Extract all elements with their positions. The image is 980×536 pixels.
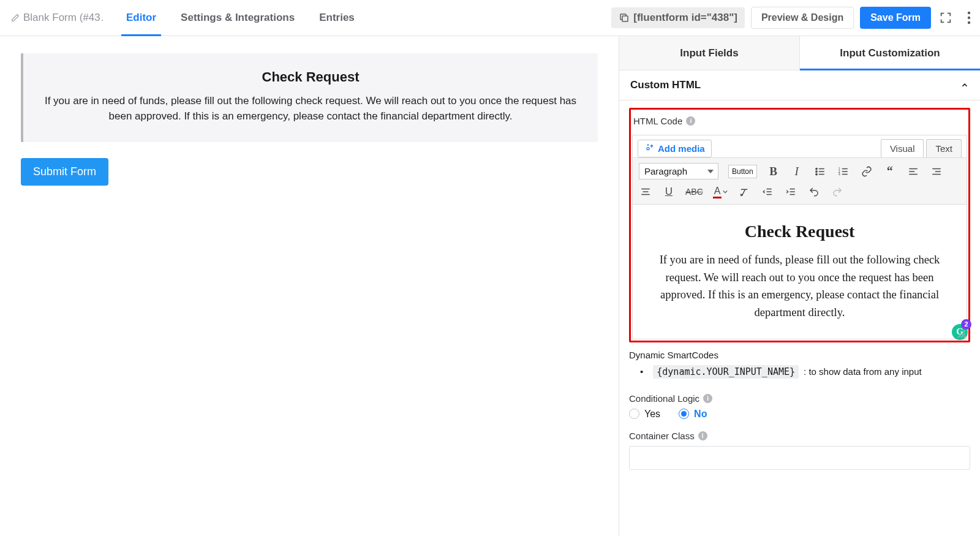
svg-point-4 [647, 148, 649, 150]
bold-button[interactable]: B [767, 164, 780, 179]
info-icon[interactable]: i [686, 116, 695, 126]
clear-format-button[interactable] [737, 184, 751, 199]
topbar: Blank Form (#43… Editor Settings & Integ… [0, 0, 980, 36]
numbered-list-button[interactable]: 123 [837, 164, 850, 179]
svg-text:3: 3 [838, 172, 840, 176]
rte-title: Check Request [644, 222, 956, 241]
chevron-up-icon [960, 81, 969, 89]
form-title-text: Blank Form (#43… [23, 12, 103, 24]
editor-view-tabs: Visual Text [881, 139, 962, 157]
save-form-button[interactable]: Save Form [860, 7, 931, 29]
side-panel: Input Fields Input Customization Custom … [619, 36, 980, 536]
conditional-logic-label: Conditional Logic [629, 393, 699, 404]
dynamic-smartcodes-label: Dynamic SmartCodes [629, 350, 970, 360]
align-center-button[interactable] [639, 184, 652, 199]
link-button[interactable] [860, 164, 873, 179]
block-text: If you are in need of funds, please fill… [40, 94, 581, 124]
radio-yes[interactable]: Yes [629, 409, 660, 420]
svg-point-6 [816, 170, 817, 172]
smartcode-desc: : to show data from any input [804, 366, 922, 377]
kebab-icon [967, 11, 971, 25]
form-title[interactable]: Blank Form (#43… [11, 12, 103, 24]
fullscreen-icon [939, 11, 952, 25]
preview-design-button[interactable]: Preview & Design [751, 7, 854, 29]
tab-entries[interactable]: Entries [307, 0, 367, 36]
redo-button[interactable] [831, 184, 844, 199]
highlight-html-code: HTML Code i Add media Visual [629, 108, 970, 342]
align-right-button[interactable] [930, 164, 943, 179]
underline-button[interactable]: U [662, 184, 676, 199]
shortcode-pill[interactable]: [fluentform id="438"] [611, 7, 745, 28]
text-color-button[interactable]: A [713, 184, 728, 199]
topbar-right: [fluentform id="438"] Preview & Design S… [611, 7, 978, 29]
add-media-button[interactable]: Add media [638, 140, 712, 157]
indent-button[interactable] [784, 184, 797, 199]
pencil-icon [11, 13, 20, 22]
side-tabs: Input Fields Input Customization [619, 36, 980, 70]
container-class-label: Container Class [629, 431, 695, 441]
dynamic-smartcodes: Dynamic SmartCodes {dynamic.YOUR_INPUT_N… [629, 350, 970, 379]
info-icon[interactable]: i [698, 431, 707, 440]
tab-input-fields[interactable]: Input Fields [619, 36, 799, 70]
block-title: Check Request [40, 69, 581, 85]
view-tab-text[interactable]: Text [926, 139, 962, 157]
submit-form-button[interactable]: Submit Form [21, 158, 108, 186]
html-code-label: HTML Code [633, 116, 682, 126]
custom-html-block[interactable]: Check Request If you are in need of fund… [21, 53, 598, 142]
svg-rect-0 [622, 16, 628, 21]
section-body: HTML Code i Add media Visual [619, 100, 980, 482]
italic-button[interactable]: I [790, 164, 804, 179]
radio-no[interactable]: No [679, 409, 707, 420]
tab-settings[interactable]: Settings & Integrations [168, 0, 307, 36]
media-icon [644, 143, 654, 153]
button-shortcode[interactable]: Button [728, 165, 757, 178]
align-left-button[interactable] [907, 164, 920, 179]
container-class-input[interactable] [629, 446, 970, 470]
format-select[interactable]: Paragraph [639, 163, 718, 179]
bullet-list-button[interactable] [813, 164, 827, 179]
info-icon[interactable]: i [703, 394, 712, 403]
strikethrough-button[interactable]: ABC [685, 184, 703, 199]
copy-icon [619, 12, 630, 23]
fullscreen-button[interactable] [937, 9, 954, 26]
outdent-button[interactable] [761, 184, 774, 199]
grammarly-badge: 2 [961, 319, 971, 330]
more-menu-button[interactable] [960, 9, 978, 26]
tab-input-customization[interactable]: Input Customization [799, 36, 980, 70]
view-tab-visual[interactable]: Visual [881, 139, 924, 157]
section-custom-html-header[interactable]: Custom HTML [619, 70, 980, 100]
editor-toolbar: Paragraph Button B I 123 “ [633, 157, 967, 204]
svg-point-3 [968, 21, 970, 24]
tab-editor[interactable]: Editor [114, 0, 168, 36]
editor-content[interactable]: Check Request If you are in need of fund… [633, 204, 967, 339]
smartcode-chip[interactable]: {dynamic.YOUR_INPUT_NAME} [653, 365, 799, 379]
editor-top-row: Add media Visual Text [633, 135, 967, 157]
conditional-logic-radio: Yes No [629, 409, 970, 420]
rich-text-editor: Add media Visual Text Paragraph Bu [632, 135, 967, 339]
svg-point-1 [968, 12, 970, 14]
svg-point-2 [968, 17, 970, 19]
svg-point-7 [816, 173, 817, 175]
rte-body: If you are in need of funds, please fill… [644, 251, 956, 322]
smartcode-item: {dynamic.YOUR_INPUT_NAME} : to show data… [640, 365, 970, 379]
nav-tabs: Editor Settings & Integrations Entries [114, 0, 367, 36]
svg-point-5 [816, 168, 817, 169]
panel-scroll[interactable]: Custom HTML HTML Code i Add media [619, 70, 980, 536]
form-canvas[interactable]: Check Request If you are in need of fund… [0, 36, 619, 536]
blockquote-button[interactable]: “ [883, 164, 897, 179]
workspace: Check Request If you are in need of fund… [0, 36, 980, 536]
resize-handle-icon[interactable] [958, 330, 965, 338]
undo-button[interactable] [807, 184, 821, 199]
